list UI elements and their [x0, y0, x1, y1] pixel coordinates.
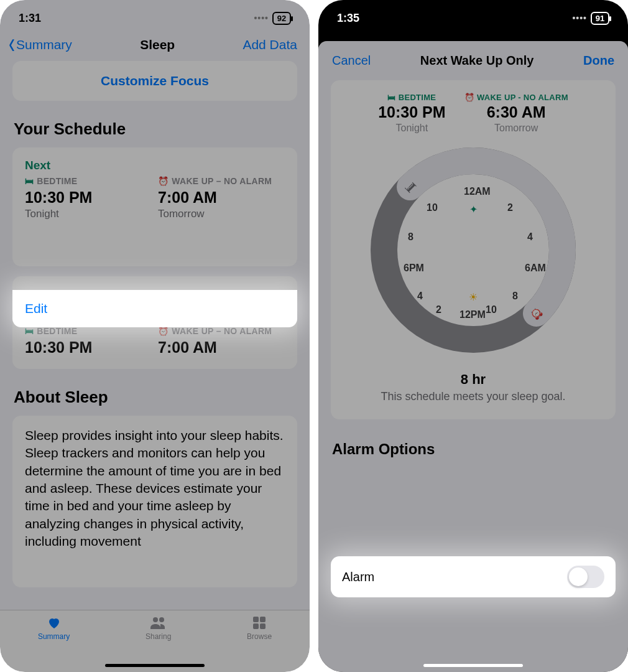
tab-bar: Summary Sharing Browse	[0, 610, 310, 672]
page-title: Sleep	[140, 37, 175, 52]
tab-browse[interactable]: Browse	[247, 615, 272, 672]
chevron-left-icon: ‹	[9, 37, 15, 49]
wakeup-value: 7:00 AM	[158, 189, 285, 207]
svg-rect-3	[260, 617, 266, 622]
alarm-icon: ⏰	[464, 93, 474, 102]
svg-text:☀: ☀	[469, 292, 478, 302]
home-indicator	[423, 664, 523, 667]
alarm-options-heading: Alarm Options	[332, 441, 614, 458]
bed-icon: 🛏	[25, 176, 34, 186]
alarm-toggle-row[interactable]: Alarm	[331, 556, 616, 597]
about-heading: About Sleep	[14, 388, 296, 407]
customize-focus-button[interactable]: Customize Focus	[12, 61, 297, 101]
svg-point-0	[153, 617, 158, 622]
grid-icon	[251, 615, 268, 630]
battery-badge: 91	[591, 12, 609, 25]
people-icon	[150, 615, 167, 630]
back-summary[interactable]: ‹ Summary	[9, 37, 72, 52]
tab-summary[interactable]: Summary	[38, 615, 70, 672]
svg-rect-4	[253, 623, 259, 629]
svg-rect-2	[253, 617, 259, 622]
done-button[interactable]: Done	[583, 54, 614, 68]
alarm-icon: ⏰	[158, 176, 169, 186]
sleep-dial[interactable]: 🛏 ⏰ ✦ ☀ 12AM 2 4 6AM 8 10 12PM 2 4 6PM	[364, 141, 582, 359]
goal-message: This schedule meets your sleep goal.	[337, 390, 609, 403]
battery-badge: 92	[272, 12, 291, 25]
goal-hours: 8 hr	[337, 371, 609, 388]
status-time: 1:31	[19, 12, 41, 25]
svg-text:✦: ✦	[469, 204, 478, 215]
svg-rect-5	[260, 623, 266, 629]
home-indicator	[105, 664, 205, 667]
bedtime-value: 10:30 PM	[378, 103, 445, 121]
svg-point-1	[159, 617, 164, 622]
edit-button[interactable]: Edit	[12, 290, 297, 327]
signal-dots: ••••	[254, 13, 269, 23]
alarm-icon: ⏰	[158, 326, 169, 336]
heart-icon	[45, 615, 63, 630]
status-time: 1:35	[337, 12, 359, 25]
bed-icon: 🛏	[25, 326, 34, 336]
cancel-button[interactable]: Cancel	[332, 54, 371, 68]
alarm-toggle[interactable]	[567, 566, 604, 588]
next-label: Next	[25, 159, 285, 172]
add-data-button[interactable]: Add Data	[242, 37, 297, 52]
wakeup-value: 6:30 AM	[464, 103, 568, 121]
bedtime-value: 10:30 PM	[25, 189, 152, 207]
schedule-heading: Your Schedule	[14, 119, 296, 139]
about-text: Sleep provides insight into your sleep h…	[12, 416, 297, 587]
bed-icon: 🛏	[387, 93, 395, 102]
sheet-title: Next Wake Up Only	[420, 54, 534, 68]
signal-dots: ••••	[572, 13, 587, 23]
